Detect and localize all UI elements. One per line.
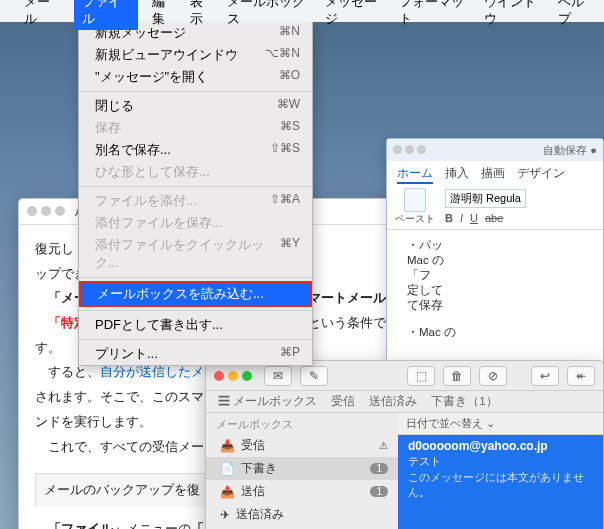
menu-help[interactable]: ヘルプ xyxy=(558,0,594,28)
menu-save-template: ひな形として保存... xyxy=(79,161,312,183)
word-window: 自動保存 ● ホーム 挿入 描画 デザイン ペースト 游明朝 Regula B … xyxy=(386,138,604,388)
compose-icon: ✎ xyxy=(309,369,319,383)
tab-sent[interactable]: 送信済み xyxy=(369,394,417,409)
menu-mailbox[interactable]: メールボックス xyxy=(227,0,311,28)
menu-message[interactable]: メッセージ xyxy=(325,0,385,28)
menu-window[interactable]: ウインドウ xyxy=(484,0,544,28)
menu-edit[interactable]: 編集 xyxy=(152,0,176,28)
menu-save-as[interactable]: 別名で保存...⇧⌘S xyxy=(79,139,312,161)
menu-quicklook-attachment: 添付ファイルをクイックルック...⌘Y xyxy=(79,234,312,274)
mail-window: ✉ ✎ ⬚ 🗑 ⊘ ↩ ↞ ☰ メールボックス 受信 送信済み 下書き（1） メ… xyxy=(205,360,604,529)
compose-button[interactable]: ✎ xyxy=(300,366,328,386)
get-mail-button[interactable]: ✉ xyxy=(264,366,292,386)
clipboard-icon xyxy=(404,188,426,212)
paste-button[interactable]: ペースト xyxy=(395,188,435,226)
font-name-select[interactable]: 游明朝 Regula xyxy=(445,189,526,208)
reply-all-button[interactable]: ↞ xyxy=(567,366,595,386)
menu-attach-file: ファイルを添付...⇧⌘A xyxy=(79,190,312,212)
tab-draw[interactable]: 描画 xyxy=(481,165,505,184)
message-from: d0ooooom@yahoo.co.jp xyxy=(408,439,593,453)
menu-new-viewer[interactable]: 新規ビューアウインドウ⌥⌘N xyxy=(79,44,312,66)
menu-save-attachment: 添付ファイルを保存... xyxy=(79,212,312,234)
menu-print[interactable]: プリント...⌘P xyxy=(79,343,312,365)
reply-icon: ↩ xyxy=(540,369,550,383)
message-row[interactable]: d0ooooom@yahoo.co.jp テスト このメッセージには本文がありま… xyxy=(408,439,593,500)
trash-icon: 🗑 xyxy=(451,369,463,383)
tab-drafts[interactable]: 下書き（1） xyxy=(431,394,497,409)
mail-sidebar: メールボックス 📥受信 ⚠ 📄下書き 1 📤送信 1 ✈送信済み xyxy=(206,413,398,529)
menu-format[interactable]: フォーマット xyxy=(399,0,471,28)
drafts-count-badge: 1 xyxy=(370,463,388,474)
mailbox-toggle[interactable]: ☰ メールボックス xyxy=(218,394,317,409)
tab-inbox[interactable]: 受信 xyxy=(331,394,355,409)
bold-button[interactable]: B xyxy=(445,212,453,224)
draft-icon: 📄 xyxy=(220,462,235,476)
menu-mail[interactable]: メール xyxy=(24,0,60,28)
traffic-lights[interactable] xyxy=(214,367,256,385)
message-list: 日付で並べ替え ⌄ d0ooooom@yahoo.co.jp テスト このメッセ… xyxy=(398,413,603,529)
sort-header[interactable]: 日付で並べ替え ⌄ xyxy=(398,413,603,435)
sidebar-drafts[interactable]: 📄下書き 1 xyxy=(206,457,398,480)
sidebar-header: メールボックス xyxy=(206,413,398,434)
menu-export-pdf[interactable]: PDFとして書き出す... xyxy=(79,314,312,336)
envelope-icon: ✉ xyxy=(273,369,283,383)
junk-icon: ⊘ xyxy=(488,369,498,383)
menu-import-mailbox[interactable]: メールボックスを読み込む... xyxy=(79,281,312,307)
tab-home[interactable]: ホーム xyxy=(397,165,433,184)
tab-design[interactable]: デザイン xyxy=(517,165,565,184)
message-preview: このメッセージには本文がありません。 xyxy=(408,470,593,500)
strike-button[interactable]: abe xyxy=(485,212,503,224)
message-subject: テスト xyxy=(408,454,593,469)
menu-view[interactable]: 表示 xyxy=(190,0,214,28)
menu-open-message[interactable]: "メッセージ"を開く⌘O xyxy=(79,66,312,88)
underline-button[interactable]: U xyxy=(470,212,478,224)
reply-all-icon: ↞ xyxy=(576,369,586,383)
tab-insert[interactable]: 挿入 xyxy=(445,165,469,184)
menu-file[interactable]: ファイル xyxy=(74,0,138,30)
file-menu-dropdown: 新規メッセージ⌘N 新規ビューアウインドウ⌥⌘N "メッセージ"を開く⌘O 閉じ… xyxy=(78,22,313,366)
sidebar-inbox[interactable]: 📥受信 ⚠ xyxy=(206,434,398,457)
archive-icon: ⬚ xyxy=(416,369,427,383)
menu-save: 保存⌘S xyxy=(79,117,312,139)
paperplane-icon: ✈ xyxy=(220,508,230,522)
outbox-count-badge: 1 xyxy=(370,486,388,497)
inbox-icon: 📥 xyxy=(220,439,235,453)
article-heading-box: メールのバックアップを復 xyxy=(35,473,209,507)
mail-tabs: ☰ メールボックス 受信 送信済み 下書き（1） xyxy=(206,391,603,413)
junk-button[interactable]: ⊘ xyxy=(479,366,507,386)
sent-icon: 📤 xyxy=(220,485,235,499)
warning-icon: ⚠ xyxy=(379,440,388,451)
word-document[interactable]: ・パッ Mac の 「フ 定して て保存 ・Mac の xyxy=(387,230,603,348)
reply-button[interactable]: ↩ xyxy=(531,366,559,386)
archive-button[interactable]: ⬚ xyxy=(407,366,435,386)
menu-close[interactable]: 閉じる⌘W xyxy=(79,95,312,117)
italic-button[interactable]: I xyxy=(460,212,463,224)
sidebar-outbox[interactable]: 📤送信 1 xyxy=(206,480,398,503)
word-title: 自動保存 ● xyxy=(435,143,597,158)
delete-button[interactable]: 🗑 xyxy=(443,366,471,386)
mac-menubar: メール ファイル 編集 表示 メールボックス メッセージ フォーマット ウインド… xyxy=(0,0,604,22)
sidebar-sent[interactable]: ✈送信済み xyxy=(206,503,398,526)
ribbon-tabs: ホーム 挿入 描画 デザイン xyxy=(387,161,603,184)
